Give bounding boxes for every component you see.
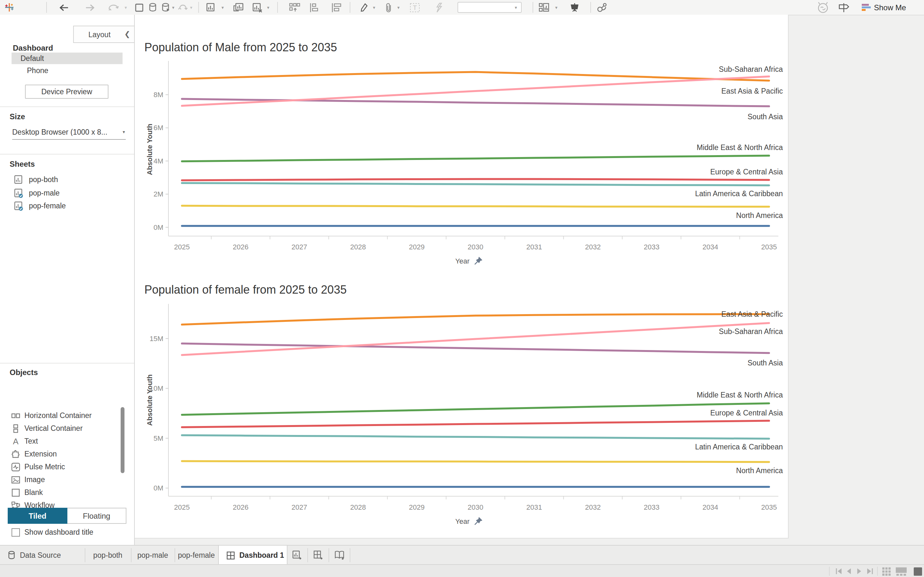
x-tick-label: 2030 bbox=[468, 243, 483, 251]
sheet-item-pop-female[interactable]: pop-female bbox=[0, 199, 134, 212]
assistant-icon[interactable] bbox=[816, 0, 829, 15]
series-label-south-asia: South Asia bbox=[748, 113, 783, 121]
replay-dropdown-caret[interactable]: ▼ bbox=[123, 0, 128, 15]
object-item-horizontal-container[interactable]: Horizontal Container bbox=[0, 409, 134, 422]
x-tick-label: 2029 bbox=[409, 503, 425, 511]
series-line-east-asia-pacific[interactable] bbox=[182, 314, 769, 325]
show-mark-labels-caret[interactable]: ▼ bbox=[554, 0, 559, 15]
show-me-icon[interactable] bbox=[860, 0, 871, 15]
x-tick-label: 2031 bbox=[527, 243, 542, 251]
pause-auto-updates-icon[interactable] bbox=[160, 0, 171, 15]
object-item-blank[interactable]: Blank bbox=[0, 486, 134, 499]
share-icon[interactable] bbox=[596, 0, 607, 15]
presentation-mode-icon[interactable] bbox=[569, 0, 580, 15]
new-data-source-icon[interactable] bbox=[148, 0, 158, 15]
vertical-container-icon bbox=[11, 424, 21, 433]
series-line-sub-saharan-africa[interactable] bbox=[182, 323, 769, 355]
pager-last-button[interactable] bbox=[863, 565, 876, 577]
new-worksheet-tab-button[interactable] bbox=[286, 546, 307, 565]
chart-title: Population of Male from 2025 to 2035 bbox=[144, 41, 337, 54]
sort-ascending-icon[interactable] bbox=[309, 0, 320, 15]
series-line-europe-central-asia[interactable] bbox=[182, 421, 769, 427]
redo-button[interactable] bbox=[85, 0, 95, 15]
clear-sheet-caret[interactable]: ▼ bbox=[266, 0, 271, 15]
undo-button[interactable] bbox=[59, 0, 69, 15]
sheet-tabs-view-button[interactable] bbox=[911, 565, 924, 577]
tab-dashboard[interactable]: Dashboard bbox=[13, 44, 53, 53]
tab-layout[interactable]: Layout ❮ bbox=[73, 26, 135, 43]
replay-icon[interactable] bbox=[108, 0, 120, 15]
device-item-phone[interactable]: Phone bbox=[27, 67, 48, 74]
series-line-middle-east-north-africa[interactable] bbox=[182, 156, 769, 161]
size-dropdown[interactable]: Desktop Browser (1000 x 8... ▼ bbox=[12, 125, 126, 140]
chart-title: Population of female from 2025 to 2035 bbox=[144, 283, 347, 296]
fit-dropdown[interactable]: ▼ bbox=[457, 0, 522, 15]
series-line-east-asia-pacific[interactable] bbox=[182, 72, 769, 81]
x-axis-label: Year bbox=[455, 517, 469, 525]
new-story-tab-button[interactable] bbox=[328, 546, 350, 565]
collapse-pane-icon[interactable]: ❮ bbox=[124, 30, 130, 39]
show-dashboard-title-checkbox[interactable] bbox=[11, 528, 20, 537]
sort-descending-icon[interactable] bbox=[330, 0, 342, 15]
series-line-middle-east-north-africa[interactable] bbox=[182, 403, 769, 415]
x-tick-label: 2025 bbox=[174, 503, 190, 511]
tab-dashboard-1[interactable]: Dashboard 1 bbox=[218, 546, 288, 565]
tab-dashboard-1-label: Dashboard 1 bbox=[239, 551, 284, 559]
series-label-europe-central-asia: Europe & Central Asia bbox=[710, 409, 783, 417]
pulse-metric-icon bbox=[11, 462, 21, 472]
series-line-north-america[interactable] bbox=[182, 461, 769, 462]
group-members-icon[interactable] bbox=[383, 0, 393, 15]
text-label-icon[interactable]: T bbox=[409, 0, 420, 15]
run-auto-updates-icon[interactable] bbox=[177, 0, 188, 15]
run-auto-updates-caret[interactable]: ▼ bbox=[189, 0, 194, 15]
tab-pop-female[interactable]: pop-female bbox=[174, 546, 218, 565]
series-label-east-asia-pacific: East Asia & Pacific bbox=[721, 310, 783, 318]
pause-auto-updates-caret[interactable]: ▼ bbox=[171, 0, 176, 15]
object-item-text[interactable]: AText bbox=[0, 435, 134, 448]
object-item-pulse-metric[interactable]: Pulse Metric bbox=[0, 460, 134, 473]
y-tick-label: 8M bbox=[153, 91, 163, 99]
series-line-sub-saharan-africa[interactable] bbox=[182, 77, 769, 106]
object-item-vertical-container[interactable]: Vertical Container bbox=[0, 422, 134, 435]
duplicate-sheet-icon[interactable] bbox=[232, 0, 244, 15]
series-line-latin-america-caribbean[interactable] bbox=[182, 183, 769, 185]
tableau-logo-icon bbox=[4, 0, 14, 15]
object-item-image[interactable]: Image bbox=[0, 473, 134, 486]
chart-female: Population of female from 2025 to 2035Ab… bbox=[135, 281, 788, 538]
clear-sheet-icon[interactable] bbox=[252, 0, 262, 15]
fix-axes-icon[interactable] bbox=[434, 0, 444, 15]
sheet-sorter-view-button[interactable] bbox=[880, 565, 893, 577]
highlight-icon[interactable] bbox=[359, 0, 369, 15]
device-preview-button[interactable]: Device Preview bbox=[25, 85, 108, 99]
save-icon[interactable] bbox=[134, 0, 144, 15]
highlight-caret[interactable]: ▼ bbox=[372, 0, 376, 15]
pin-icon[interactable] bbox=[475, 257, 482, 265]
flag-icon[interactable] bbox=[837, 0, 850, 15]
group-members-caret[interactable]: ▼ bbox=[396, 0, 401, 15]
show-me-button[interactable]: Show Me bbox=[874, 0, 919, 15]
series-line-north-america[interactable] bbox=[182, 206, 769, 207]
series-label-middle-east-north-africa: Middle East & North Africa bbox=[697, 143, 783, 152]
floating-button[interactable]: Floating bbox=[67, 508, 126, 524]
sheet-item-pop-male[interactable]: pop-male bbox=[0, 186, 134, 199]
series-line-latin-america-caribbean[interactable] bbox=[182, 435, 769, 439]
new-worksheet-icon[interactable] bbox=[205, 0, 216, 15]
new-dashboard-tab-button[interactable] bbox=[307, 546, 328, 565]
sheet-item-pop-both[interactable]: pop-both bbox=[0, 173, 134, 186]
show-mark-labels-icon[interactable] bbox=[538, 0, 549, 15]
new-worksheet-caret[interactable]: ▼ bbox=[220, 0, 225, 15]
series-line-europe-central-asia[interactable] bbox=[182, 179, 769, 181]
tab-pop-both[interactable]: pop-both bbox=[85, 546, 131, 565]
dashboard-tab-icon bbox=[226, 551, 235, 559]
tiled-button[interactable]: Tiled bbox=[8, 508, 67, 524]
pin-icon[interactable] bbox=[475, 517, 482, 525]
filmstrip-view-button[interactable] bbox=[893, 565, 909, 577]
tab-data-source[interactable]: Data Source bbox=[0, 546, 85, 565]
tab-pop-male[interactable]: pop-male bbox=[131, 546, 174, 565]
swap-rows-columns-icon[interactable] bbox=[288, 0, 300, 15]
objects-scrollbar[interactable] bbox=[121, 407, 124, 473]
series-line-south-asia[interactable] bbox=[182, 343, 769, 353]
device-item-default[interactable]: Default bbox=[11, 53, 123, 64]
series-line-south-asia[interactable] bbox=[182, 99, 769, 106]
object-item-extension[interactable]: Extension bbox=[0, 448, 134, 460]
